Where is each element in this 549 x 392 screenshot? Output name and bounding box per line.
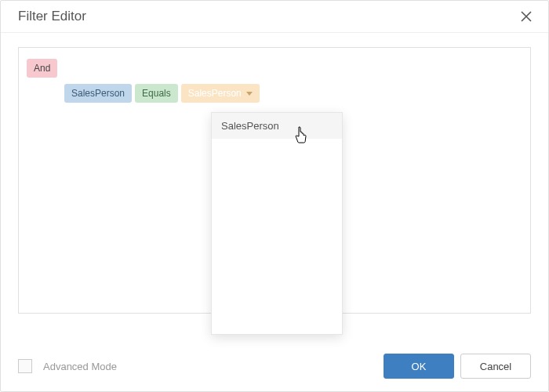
condition-operator-chip[interactable]: Equals bbox=[135, 84, 178, 103]
condition-value-chip[interactable]: SalesPerson bbox=[181, 84, 260, 103]
dialog-title: Filter Editor bbox=[18, 9, 86, 24]
value-dropdown: SalesPerson bbox=[211, 112, 343, 335]
filter-group: And bbox=[27, 59, 522, 78]
condition-value-text: SalesPerson bbox=[188, 86, 242, 100]
dialog-footer: Advanced Mode OK Cancel bbox=[1, 346, 548, 391]
advanced-mode-label: Advanced Mode bbox=[43, 361, 117, 372]
dropdown-item[interactable]: SalesPerson bbox=[212, 113, 342, 139]
ok-button[interactable]: OK bbox=[384, 354, 454, 379]
cancel-button[interactable]: Cancel bbox=[460, 354, 531, 379]
chevron-down-icon bbox=[246, 92, 253, 96]
group-operator-chip[interactable]: And bbox=[27, 59, 57, 78]
filter-editor-dialog: Filter Editor And SalesPerson Equals Sal… bbox=[0, 0, 549, 392]
advanced-mode-checkbox[interactable] bbox=[18, 359, 32, 373]
dialog-header: Filter Editor bbox=[1, 1, 548, 33]
close-button[interactable] bbox=[518, 9, 534, 24]
close-icon bbox=[521, 11, 532, 22]
condition-field-chip[interactable]: SalesPerson bbox=[64, 84, 132, 103]
filter-condition: SalesPerson Equals SalesPerson bbox=[64, 84, 522, 103]
